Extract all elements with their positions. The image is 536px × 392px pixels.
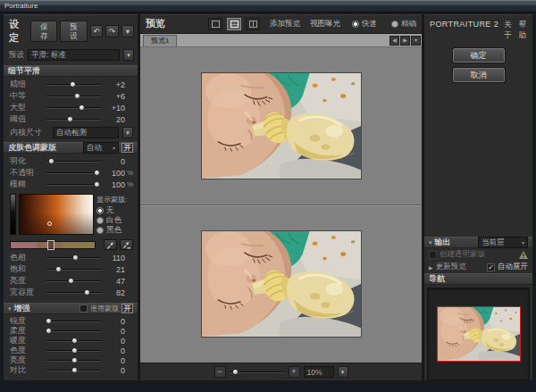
preview-pane-processed[interactable] bbox=[140, 205, 422, 363]
zoom-slider-handle[interactable] bbox=[232, 369, 239, 375]
settings-menu-icon[interactable]: ▾ bbox=[121, 25, 134, 38]
radio-option[interactable]: 白色 bbox=[96, 215, 133, 225]
zoom-slider[interactable] bbox=[230, 371, 285, 373]
preset-dropdown-icon[interactable]: ▼ bbox=[123, 49, 134, 61]
kernel-dropdown-icon[interactable]: ▼ bbox=[122, 127, 133, 138]
eyedropper-minus-button[interactable] bbox=[120, 239, 133, 250]
slider-track[interactable] bbox=[46, 360, 101, 362]
slider-track[interactable] bbox=[46, 161, 101, 163]
radio-option[interactable]: 黑色 bbox=[96, 225, 133, 235]
slider-track[interactable] bbox=[46, 280, 101, 282]
preview-image-processed[interactable] bbox=[201, 230, 362, 338]
slider-track[interactable] bbox=[46, 119, 101, 121]
slider-track[interactable] bbox=[46, 330, 101, 332]
slider-handle[interactable] bbox=[94, 170, 100, 176]
exposure-button[interactable]: 视图曝光 bbox=[310, 19, 340, 29]
output-target-select[interactable]: 当前层 ▾ bbox=[478, 237, 528, 248]
radio-icon[interactable] bbox=[96, 217, 104, 224]
zoom-level-select[interactable]: 10% bbox=[304, 366, 334, 378]
ok-button[interactable]: 确定 bbox=[453, 48, 505, 63]
slider-handle[interactable] bbox=[74, 93, 80, 99]
slider-handle[interactable] bbox=[71, 347, 78, 354]
eyedropper-button[interactable] bbox=[104, 239, 117, 250]
tab-scroll-right-icon[interactable]: ▶ bbox=[400, 36, 410, 46]
mask-section-header[interactable]: 皮肤色调蒙版 自动 ▾ 开 bbox=[4, 142, 138, 154]
radio-option[interactable]: 快速 bbox=[352, 19, 377, 29]
section-arrow-icon[interactable]: ▾ bbox=[8, 305, 12, 313]
redo-icon[interactable]: ↷ bbox=[105, 25, 118, 38]
about-link[interactable]: 关于 bbox=[504, 20, 513, 41]
undo-icon[interactable]: ↶ bbox=[90, 25, 103, 38]
radio-icon[interactable] bbox=[391, 21, 398, 28]
preview-image-original[interactable] bbox=[201, 72, 362, 179]
slider-handle[interactable] bbox=[68, 278, 74, 284]
slider-handle[interactable] bbox=[71, 357, 78, 363]
slider-handle[interactable] bbox=[79, 104, 85, 111]
radio-icon[interactable] bbox=[96, 227, 104, 234]
radio-option[interactable]: 无 bbox=[96, 205, 133, 215]
preset-select[interactable]: 平滑: 标准 bbox=[28, 49, 120, 61]
slider-track[interactable] bbox=[46, 257, 101, 259]
save-button[interactable]: 保存 bbox=[30, 21, 57, 42]
view-split-vertical-button[interactable] bbox=[246, 18, 260, 30]
transparency-checkbox[interactable] bbox=[429, 251, 437, 259]
mask-mode-select[interactable]: 自动 ▾ bbox=[83, 142, 119, 154]
slider-handle[interactable] bbox=[67, 116, 73, 122]
tab-scroll-left-icon[interactable]: ◀ bbox=[389, 36, 399, 46]
zoom-out-button[interactable]: − bbox=[214, 366, 226, 378]
radio-icon[interactable] bbox=[96, 207, 104, 214]
enhance-section-header[interactable]: ▾ 增强 使用蒙版 开 bbox=[4, 303, 138, 314]
refresh-arrow-icon[interactable]: ▶ bbox=[429, 264, 433, 271]
slider-handle[interactable] bbox=[48, 158, 54, 164]
slider-handle[interactable] bbox=[94, 181, 100, 188]
auto-expand-checkbox[interactable]: ✓ bbox=[487, 263, 495, 271]
detail-section-header[interactable]: 细节平滑 bbox=[4, 65, 138, 77]
mask-expand-button[interactable]: 开 bbox=[121, 143, 133, 153]
navigator-thumbnail[interactable] bbox=[437, 306, 521, 362]
radio-option[interactable]: 精确 bbox=[391, 19, 416, 29]
preview-tab[interactable]: 预览1 bbox=[143, 35, 177, 46]
slider-track[interactable] bbox=[46, 321, 101, 322]
slider-track[interactable] bbox=[46, 184, 101, 186]
slider-handle[interactable] bbox=[46, 328, 52, 334]
window-titlebar[interactable]: Portraiture bbox=[0, 0, 536, 13]
slider-track[interactable] bbox=[46, 292, 101, 294]
view-single-button[interactable] bbox=[208, 18, 222, 30]
cancel-button[interactable]: 取消 bbox=[453, 68, 505, 82]
slider-handle[interactable] bbox=[55, 266, 62, 272]
slider-track[interactable] bbox=[46, 350, 101, 352]
luminance-strip[interactable] bbox=[10, 194, 16, 235]
preview-pane-original[interactable] bbox=[140, 47, 422, 205]
radio-icon[interactable] bbox=[352, 21, 359, 28]
output-arrow-icon[interactable]: ▾ bbox=[429, 239, 432, 246]
slider-handle[interactable] bbox=[70, 81, 76, 88]
slider-handle[interactable] bbox=[84, 289, 90, 296]
color-picker-marker[interactable] bbox=[47, 221, 52, 226]
slider-track[interactable] bbox=[46, 84, 101, 86]
kernel-select[interactable]: 自动检测 bbox=[53, 127, 119, 138]
slider-track[interactable] bbox=[46, 172, 101, 174]
slider-track[interactable] bbox=[46, 370, 101, 371]
slider-handle[interactable] bbox=[72, 254, 79, 261]
refresh-label[interactable]: 更新预览 bbox=[436, 262, 466, 272]
slider-track[interactable] bbox=[46, 96, 101, 97]
slider-track[interactable] bbox=[46, 340, 101, 342]
enhance-expand-button[interactable]: 开 bbox=[121, 304, 133, 313]
zoom-in-button[interactable]: + bbox=[289, 366, 300, 378]
use-mask-checkbox[interactable] bbox=[80, 304, 88, 313]
slider-handle[interactable] bbox=[71, 338, 78, 344]
hue-range-handle[interactable] bbox=[47, 240, 54, 250]
add-preview-button[interactable]: 添加预览 bbox=[270, 19, 300, 29]
slider-track[interactable] bbox=[46, 107, 101, 109]
slider-handle[interactable] bbox=[46, 318, 52, 324]
slider-track[interactable] bbox=[46, 269, 101, 271]
tab-menu-icon[interactable]: ▾ bbox=[411, 36, 421, 46]
view-split-horizontal-button[interactable] bbox=[227, 18, 241, 30]
slider-handle[interactable] bbox=[71, 367, 78, 373]
help-link[interactable]: 帮助 bbox=[519, 20, 528, 41]
preset-button[interactable]: 预设 bbox=[60, 21, 87, 42]
zoom-dropdown-icon[interactable]: ▼ bbox=[338, 366, 348, 378]
skin-color-gradient[interactable] bbox=[19, 194, 94, 235]
hue-range-strip[interactable] bbox=[10, 241, 96, 249]
output-section-header[interactable]: ▾ 输出 当前层 ▾ bbox=[424, 237, 532, 248]
